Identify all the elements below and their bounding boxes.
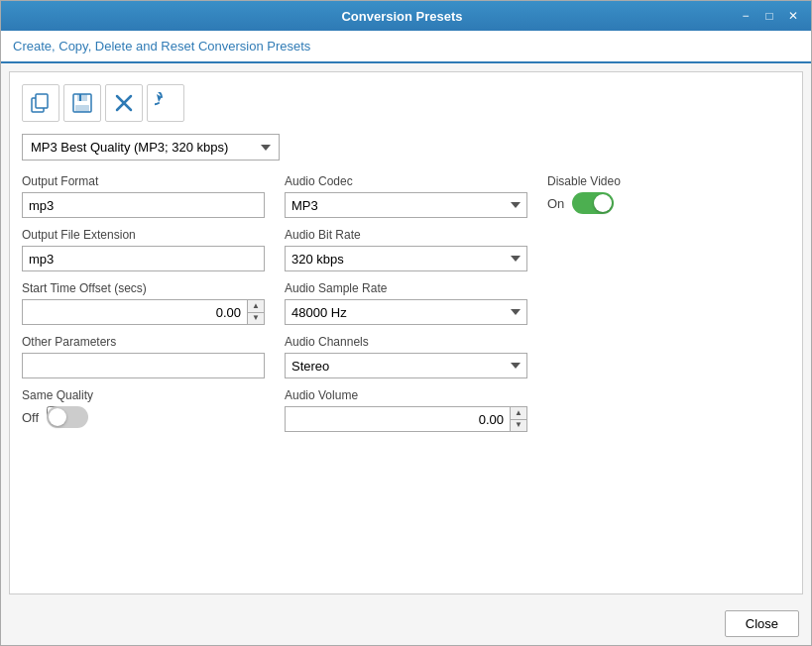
copy-button[interactable] — [22, 84, 59, 122]
other-parameters-group: Other Parameters — [22, 335, 265, 378]
same-quality-toggle-row: Off — [22, 406, 265, 428]
same-quality-state: Off — [22, 410, 39, 425]
audio-volume-input[interactable] — [286, 407, 510, 431]
delete-icon — [115, 94, 133, 112]
disable-video-group: Disable Video On — [547, 174, 790, 218]
title-bar-controls: − □ ✕ — [736, 6, 803, 26]
audio-channels-select[interactable]: Stereo Mono 5.1 — [285, 353, 527, 378]
start-time-offset-input[interactable] — [23, 300, 247, 324]
form-grid: Output Format Audio Codec MP3 AAC OGG FL… — [22, 174, 790, 432]
audio-bit-rate-select[interactable]: 320 kbps 256 kbps 192 kbps 128 kbps 64 k… — [285, 246, 527, 271]
main-content: MP3 Best Quality (MP3; 320 kbps) MP3 Sta… — [9, 71, 803, 594]
other-parameters-input[interactable] — [22, 353, 265, 378]
window-title: Conversion Presets — [68, 9, 736, 24]
audio-bit-rate-group: Audio Bit Rate 320 kbps 256 kbps 192 kbp… — [285, 228, 527, 271]
audio-bit-rate-label: Audio Bit Rate — [285, 228, 527, 242]
svg-rect-1 — [36, 94, 48, 108]
subtitle-bar: Create, Copy, Delete and Reset Conversio… — [1, 31, 811, 63]
audio-codec-group: Audio Codec MP3 AAC OGG FLAC — [285, 174, 527, 218]
audio-volume-spinner-buttons: ▲ ▼ — [510, 407, 526, 431]
window: Conversion Presets − □ ✕ Create, Copy, D… — [0, 0, 812, 646]
audio-volume-spinner: ▲ ▼ — [285, 406, 527, 432]
reset-icon — [155, 92, 176, 114]
svg-rect-4 — [79, 94, 81, 101]
audio-volume-increment[interactable]: ▲ — [511, 407, 526, 420]
other-parameters-label: Other Parameters — [22, 335, 265, 349]
empty-cell-r2c3 — [547, 228, 790, 271]
bottom-bar: Close — [1, 602, 811, 645]
output-format-input[interactable] — [22, 192, 265, 218]
output-format-label: Output Format — [22, 174, 265, 188]
start-time-offset-label: Start Time Offset (secs) — [22, 281, 265, 295]
same-quality-track — [47, 406, 88, 428]
svg-rect-3 — [77, 94, 87, 101]
save-icon — [71, 92, 93, 114]
audio-volume-group: Audio Volume ▲ ▼ — [285, 388, 527, 432]
toggle-thumb — [594, 194, 612, 212]
disable-video-label: Disable Video — [547, 174, 790, 188]
save-button[interactable] — [63, 84, 101, 122]
disable-video-state: On — [547, 196, 564, 211]
minimize-button[interactable]: − — [736, 6, 755, 26]
start-time-offset-spinner-buttons: ▲ ▼ — [247, 300, 264, 324]
audio-channels-group: Audio Channels Stereo Mono 5.1 — [285, 335, 527, 378]
window-close-button[interactable]: ✕ — [783, 6, 803, 26]
output-file-extension-group: Output File Extension — [22, 228, 265, 271]
svg-rect-5 — [75, 105, 89, 112]
same-quality-group: Same Quality Off — [22, 388, 265, 432]
close-dialog-button[interactable]: Close — [725, 610, 799, 637]
disable-video-toggle-row: On — [547, 192, 790, 214]
audio-codec-select[interactable]: MP3 AAC OGG FLAC — [285, 192, 527, 218]
subtitle-text: Create, Copy, Delete and Reset Conversio… — [13, 39, 310, 54]
empty-cell-r5c3 — [547, 388, 790, 432]
reset-button[interactable] — [147, 84, 184, 122]
title-bar: Conversion Presets − □ ✕ — [1, 1, 811, 31]
audio-codec-label: Audio Codec — [285, 174, 527, 188]
preset-select[interactable]: MP3 Best Quality (MP3; 320 kbps) MP3 Sta… — [22, 134, 280, 161]
start-time-offset-group: Start Time Offset (secs) ▲ ▼ — [22, 281, 265, 325]
start-time-offset-increment[interactable]: ▲ — [248, 300, 264, 313]
audio-sample-rate-label: Audio Sample Rate — [285, 281, 527, 295]
toggle-track — [572, 192, 614, 214]
start-time-offset-decrement[interactable]: ▼ — [248, 313, 264, 325]
audio-sample-rate-group: Audio Sample Rate 48000 Hz 44100 Hz 2205… — [285, 281, 527, 325]
same-quality-label: Same Quality — [22, 388, 265, 402]
empty-cell-r3c3 — [547, 281, 790, 325]
same-quality-toggle[interactable] — [47, 406, 88, 428]
disable-video-toggle[interactable] — [572, 192, 614, 214]
audio-sample-rate-select[interactable]: 48000 Hz 44100 Hz 22050 Hz 11025 Hz — [285, 299, 527, 325]
toolbar — [22, 84, 790, 122]
output-file-extension-label: Output File Extension — [22, 228, 265, 242]
same-quality-thumb — [49, 408, 66, 426]
delete-button[interactable] — [105, 84, 143, 122]
output-format-group: Output Format — [22, 174, 265, 218]
start-time-offset-spinner: ▲ ▼ — [22, 299, 265, 325]
maximize-button[interactable]: □ — [759, 6, 779, 26]
audio-volume-decrement[interactable]: ▼ — [511, 420, 526, 432]
empty-cell-r4c3 — [547, 335, 790, 378]
copy-icon — [30, 92, 52, 114]
audio-volume-label: Audio Volume — [285, 388, 527, 402]
preset-dropdown-container: MP3 Best Quality (MP3; 320 kbps) MP3 Sta… — [22, 134, 790, 161]
output-file-extension-input[interactable] — [22, 246, 265, 271]
audio-channels-label: Audio Channels — [285, 335, 527, 349]
